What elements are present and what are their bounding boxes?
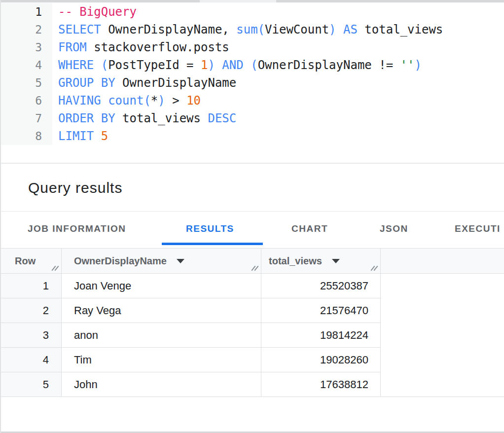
sql-token: count (108, 94, 144, 108)
sql-token: sum (236, 23, 257, 36)
table-row: 1 Joan Venge 25520387 (0, 274, 504, 298)
sql-token: 10 (186, 94, 201, 108)
sql-token: * (151, 94, 158, 108)
results-tab-bar: JOB INFORMATION RESULTS CHART JSON EXECU… (0, 212, 504, 248)
sql-token: ) (158, 94, 165, 108)
code-line[interactable]: 1 -- BigQuery (0, 3, 504, 21)
column-header-total-views[interactable]: total_views (261, 249, 381, 273)
total-views-cell: 19814224 (261, 323, 381, 348)
sql-token: OwnerDisplayName, (101, 23, 237, 36)
empty-cell (381, 323, 504, 348)
column-resize-handle-icon[interactable] (52, 265, 59, 272)
tab-results[interactable]: RESULTS (186, 223, 234, 234)
sql-token: ) (208, 58, 215, 72)
row-number-cell: 4 (0, 348, 62, 372)
sql-token: -- BigQuery (58, 5, 137, 19)
line-number: 1 (1, 3, 42, 21)
sql-token: ) (329, 23, 336, 36)
total-views-cell: 19028260 (261, 348, 381, 372)
active-tab-underline (162, 243, 263, 245)
code-line[interactable]: 8 LIMIT 5 (0, 127, 504, 145)
sort-dropdown-icon[interactable] (177, 259, 184, 263)
column-resize-handle-icon[interactable] (371, 265, 378, 272)
tab-execution-details[interactable]: EXECUTI (455, 223, 501, 234)
sql-token: ViewCount (265, 23, 329, 36)
sql-token: OwnerDisplayName != (258, 58, 400, 72)
tab-chart[interactable]: CHART (291, 223, 328, 234)
sql-token: PostTypeId = (108, 58, 201, 72)
empty-cell (381, 372, 504, 397)
table-row: 2 Ray Vega 21576470 (0, 298, 504, 323)
code-text: ORDER BY total_views DESC (58, 109, 236, 127)
code-text: HAVING count(*) > 10 (58, 92, 201, 109)
code-line[interactable]: 2 SELECT OwnerDisplayName, sum(ViewCount… (0, 21, 504, 38)
code-text: GROUP BY OwnerDisplayName (58, 74, 236, 92)
sql-token: OwnerDisplayName (115, 76, 237, 90)
tab-job-information[interactable]: JOB INFORMATION (28, 223, 126, 234)
column-header-label: Row (15, 255, 36, 267)
sql-token: total_views (358, 23, 443, 36)
sql-token: ) (415, 58, 422, 72)
table-row: 4 Tim 19028260 (0, 348, 504, 372)
sql-token: SELECT (58, 23, 101, 36)
sql-token: total_views (115, 111, 208, 125)
sql-token: GROUP BY (58, 76, 115, 90)
results-table: Row OwnerDisplayName total_views 1 Joan … (0, 248, 504, 397)
column-header-label: total_views (269, 255, 322, 267)
column-header-row[interactable]: Row (0, 249, 62, 273)
row-number-cell: 5 (0, 372, 62, 397)
column-header-ownerdisplayname[interactable]: OwnerDisplayName (62, 249, 261, 273)
line-number: 7 (1, 109, 42, 127)
code-text: -- BigQuery (58, 3, 137, 21)
sql-editor[interactable]: 1 -- BigQuery 2 SELECT OwnerDisplayName,… (0, 2, 504, 163)
sql-token: 1 (201, 58, 208, 72)
column-header-empty (381, 249, 504, 273)
empty-cell (381, 298, 504, 323)
sql-token (336, 23, 343, 36)
sql-token: FROM (58, 40, 87, 54)
sql-token: '' (400, 58, 415, 72)
sql-token (215, 58, 222, 72)
sql-token: WHERE (58, 58, 94, 72)
column-header-label: OwnerDisplayName (74, 255, 167, 267)
sql-token: LIMIT (58, 129, 94, 143)
sql-token: HAVING (58, 94, 101, 108)
line-number: 8 (1, 127, 42, 145)
section-divider (0, 163, 504, 164)
sql-token: stackoverflow.posts (87, 40, 229, 54)
sql-token: > (165, 94, 186, 108)
table-body: 1 Joan Venge 25520387 2 Ray Vega 2157647… (0, 274, 504, 397)
code-text: WHERE (PostTypeId = 1) AND (OwnerDisplay… (58, 56, 422, 74)
code-line[interactable]: 7 ORDER BY total_views DESC (0, 109, 504, 127)
owner-name-cell: anon (62, 323, 261, 348)
code-line[interactable]: 5 GROUP BY OwnerDisplayName (0, 74, 504, 92)
sql-token (101, 94, 108, 108)
line-number: 4 (1, 56, 42, 74)
sql-token (94, 58, 101, 72)
code-line[interactable]: 3 FROM stackoverflow.posts (0, 38, 504, 56)
sql-token: AND (222, 58, 243, 72)
total-views-cell: 17638812 (261, 372, 381, 397)
row-number-cell: 2 (0, 298, 62, 323)
total-views-cell: 25520387 (261, 274, 381, 298)
sql-token: ( (251, 58, 257, 72)
code-text: FROM stackoverflow.posts (58, 38, 229, 56)
column-resize-handle-icon[interactable] (252, 265, 259, 272)
pane-left-border (0, 0, 1, 433)
total-views-cell: 21576470 (261, 298, 381, 323)
tab-json[interactable]: JSON (380, 223, 408, 234)
sql-token: ( (101, 58, 108, 72)
code-line[interactable]: 6 HAVING count(*) > 10 (0, 92, 504, 109)
sql-token: 5 (101, 129, 108, 143)
sql-token: ORDER BY (58, 111, 115, 125)
code-text: SELECT OwnerDisplayName, sum(ViewCount) … (58, 21, 443, 38)
sort-dropdown-icon[interactable] (332, 259, 340, 263)
row-number-cell: 3 (0, 323, 62, 348)
sql-token: DESC (208, 111, 236, 125)
code-line[interactable]: 4 WHERE (PostTypeId = 1) AND (OwnerDispl… (0, 56, 504, 74)
table-row: 5 John 17638812 (0, 372, 504, 397)
sql-token: ( (144, 94, 150, 108)
sql-token: ( (258, 23, 265, 36)
owner-name-cell: Ray Vega (62, 298, 261, 323)
line-number: 5 (1, 74, 42, 92)
